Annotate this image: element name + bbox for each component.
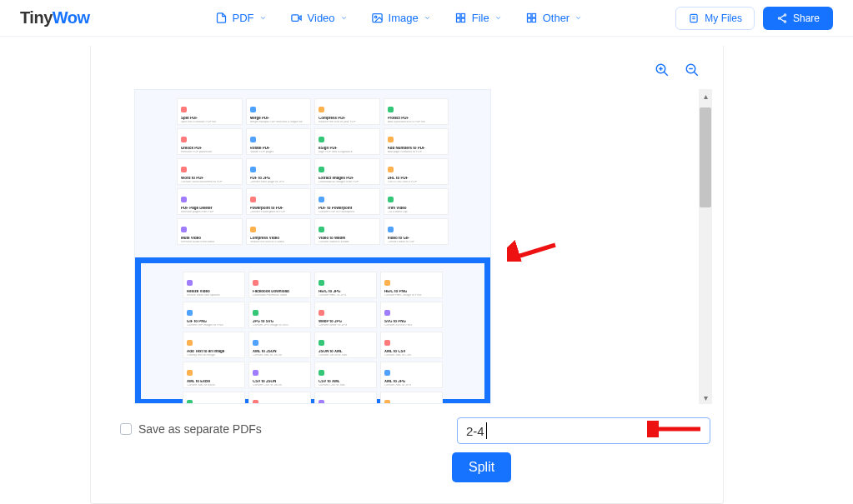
pdf-page-1[interactable]: Split PDFSplit into a smaller PDF fileMe… <box>135 90 490 257</box>
nav-other-label: Other <box>543 12 570 24</box>
myfiles-label: My Files <box>705 12 742 24</box>
tool-card: Resize VideoResize video with options <box>183 272 245 298</box>
svg-rect-6 <box>456 18 459 22</box>
svg-point-3 <box>374 16 377 18</box>
tool-card: PDF Page DeleterRemove pages from PDF <box>177 188 243 215</box>
share-label: Share <box>793 12 820 24</box>
workspace-panel: Split PDFSplit into a smaller PDF fileMe… <box>90 46 724 504</box>
image-icon <box>371 12 384 24</box>
tool-card: Facebook DownloadDownload Facebook video <box>248 272 311 298</box>
nav-image-label: Image <box>389 12 419 24</box>
tool-card: WebP to JPGConvert WebP to JPG <box>314 302 377 328</box>
nav-video-label: Video <box>308 12 335 24</box>
tool-card: eSign PDFSign PDF with e-signature <box>314 128 380 155</box>
tool-card: Trim VideoCut a video clip <box>384 188 449 215</box>
nav-pdf-label: PDF <box>233 12 254 24</box>
tool-card: Merge PDFMerge multiple PDF files into a… <box>246 98 312 125</box>
preview-scrollbar[interactable]: ▴ ▾ <box>699 89 712 404</box>
pdf-preview[interactable]: Split PDFSplit into a smaller PDF fileMe… <box>134 89 491 404</box>
scroll-thumb[interactable] <box>700 107 711 207</box>
tool-card: Epoch ConverterConvert epoch timestamps <box>314 392 377 404</box>
nav-video[interactable]: Video <box>290 12 348 24</box>
tool-card: Video to WebMConvert video to WebM <box>314 218 380 245</box>
page-range-input[interactable] <box>457 417 710 444</box>
tool-card: CSV to XMLConvert CSV to XML <box>314 362 377 388</box>
chevron-down-icon <box>575 14 582 22</box>
tool-card: URL to PDFTurn a URL into a PDF <box>384 158 449 185</box>
tool-card: JPG to SVGConvert JPG image to SVG <box>248 302 311 328</box>
tool-card: SVG to PNGConvert SVG to PNG <box>380 302 443 328</box>
video-icon <box>290 12 303 24</box>
share-icon <box>776 12 788 24</box>
svg-rect-4 <box>456 14 459 17</box>
grid-icon <box>525 12 538 24</box>
save-separate-label: Save as separate PDFs <box>138 422 262 436</box>
tool-card: XML to JPGConvert XML to JPG <box>380 362 443 388</box>
checkbox-icon <box>120 423 132 435</box>
svg-point-17 <box>784 20 785 22</box>
nav-other[interactable]: Other <box>525 12 583 24</box>
tool-card: Meme MakerCreate a meme <box>248 392 311 404</box>
svg-rect-7 <box>461 18 464 22</box>
tool-card: Compress PDFReduce the size of your PDF <box>314 98 380 125</box>
tool-card: Mute VideoRemove audio from video <box>177 218 243 245</box>
svg-rect-0 <box>291 15 298 22</box>
tool-card: URL to JPGTurn a URL into JPG <box>380 392 443 404</box>
nav-image[interactable]: Image <box>371 12 431 24</box>
tool-card: Add Numbers to PDFAdd page numbers to PD… <box>384 128 449 155</box>
tool-card: Lorem Ipsum Genera..Generate lorem ipsum… <box>183 392 245 404</box>
grid-icon <box>454 12 467 24</box>
svg-rect-10 <box>527 18 530 22</box>
nav-file[interactable]: File <box>454 12 502 24</box>
tool-card: Powerpoint to PDFConvert Powerpoint to P… <box>246 188 312 215</box>
split-controls: Save as separate PDFs Split <box>120 417 694 504</box>
brand-logo[interactable]: TinyWow <box>20 8 90 27</box>
zoom-out-icon[interactable] <box>685 62 700 77</box>
svg-line-18 <box>780 15 785 17</box>
tool-card: Rotate PDFRotate PDF pages <box>246 128 312 155</box>
zoom-controls <box>655 62 700 77</box>
tool-card: HEIC to PNGConvert HEIC image to PNG <box>380 272 443 298</box>
chevron-down-icon <box>424 14 431 22</box>
scroll-down-arrow[interactable]: ▾ <box>699 391 712 404</box>
tool-card: GIF to PNGConvert GIF images to PNG <box>183 302 245 328</box>
chevron-down-icon <box>259 14 267 22</box>
file-icon <box>215 12 228 24</box>
brand-tiny: Tiny <box>20 8 53 27</box>
nav-center: PDF Video Image File Other <box>215 12 583 24</box>
chevron-down-icon <box>494 14 502 22</box>
files-icon <box>688 12 700 24</box>
split-button[interactable]: Split <box>452 452 511 482</box>
share-button[interactable]: Share <box>763 7 833 30</box>
tool-card: CSV to JSONConvert CSV to JSON <box>248 362 311 388</box>
nav-pdf[interactable]: PDF <box>215 12 267 24</box>
svg-rect-8 <box>527 14 530 17</box>
tool-card: Word to PDFConvert Word document to PDF <box>177 158 243 185</box>
svg-line-19 <box>780 18 785 21</box>
zoom-in-icon[interactable] <box>655 62 670 77</box>
tool-card: PDF to PowerpointConvert PDF to Powerpoi… <box>314 188 380 215</box>
tool-card: Extract Images PDFDownload all images fr… <box>314 158 380 185</box>
tool-card: Split PDFSplit into a smaller PDF file <box>177 98 243 125</box>
brand-wow: Wow <box>53 8 90 27</box>
nav-file-label: File <box>472 12 489 24</box>
tool-card: Video to GIFConvert video to GIF <box>384 218 449 245</box>
tool-card: XML to ExcelConvert XML to Excel <box>183 362 245 388</box>
tool-card: JSON to XMLConvert JSON to XML <box>314 332 377 358</box>
scroll-up-arrow[interactable]: ▴ <box>699 89 712 102</box>
svg-point-16 <box>778 17 780 18</box>
chevron-down-icon <box>340 14 348 22</box>
save-separate-checkbox[interactable]: Save as separate PDFs <box>120 422 262 436</box>
svg-rect-11 <box>532 18 535 22</box>
text-cursor <box>486 422 487 439</box>
tool-card: Add Text to an ImageOverlay text on imag… <box>183 332 245 358</box>
svg-point-15 <box>784 13 785 15</box>
svg-rect-9 <box>532 14 535 17</box>
pdf-page-2-selected[interactable]: Resize VideoResize video with optionsFac… <box>135 257 490 404</box>
top-nav: TinyWow PDF Video Image File Other <box>0 0 853 37</box>
tool-card: Compress VideoReduce the size of a video <box>246 218 312 245</box>
tool-card: PDF to JPGConvert each page to JPG <box>246 158 312 185</box>
tool-card: XML to JSONConvert XML to JSON <box>248 332 311 358</box>
myfiles-button[interactable]: My Files <box>675 7 755 30</box>
svg-line-25 <box>694 72 698 76</box>
